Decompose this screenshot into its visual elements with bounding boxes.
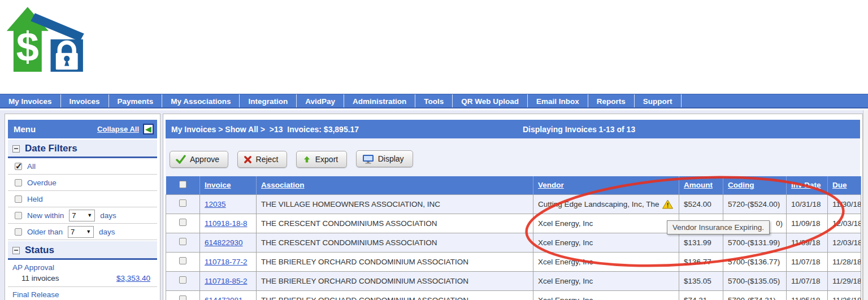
menu-panel: Menu Collapse All ◀ Date Filters All Ove…	[5, 114, 160, 300]
coding-cell: 5700-($74.31)	[723, 290, 787, 300]
status-amount-link[interactable]: $3,353.40	[116, 274, 150, 282]
select-all-checkbox[interactable]	[179, 181, 186, 188]
nav-tab-tools[interactable]: Tools	[415, 94, 453, 107]
status-name: AP Approval	[8, 260, 157, 273]
invoice-link[interactable]: 12035	[205, 200, 226, 208]
date-filters-title: Date Filters	[25, 143, 77, 154]
vendor-cell: Xcel Energy, Inc	[533, 290, 679, 300]
vendor-name: Cutting Edge Landscaping, Inc, The	[538, 200, 659, 208]
sort-amount[interactable]: Amount	[684, 181, 713, 189]
association-cell: THE CRESCENT CONDOMINIUMS ASSOCIATION	[257, 233, 533, 252]
inv-date-cell: 11/05/18	[787, 290, 828, 300]
svg-text:!: !	[667, 202, 669, 208]
due-cell: 11/28/18	[828, 252, 861, 271]
display-button[interactable]: Display	[356, 150, 413, 167]
older-than-days-select[interactable]: 7 ▼	[68, 226, 94, 238]
row-checkbox[interactable]	[179, 276, 186, 284]
reject-label: Reject	[256, 155, 279, 164]
approve-button[interactable]: Approve	[170, 151, 228, 168]
nav-tab-email-inbox[interactable]: Email Inbox	[528, 94, 588, 107]
association-cell: THE BRIERLEY ORCHARD CONDOMINIUM ASSOCIA…	[257, 290, 533, 300]
vendor-cell: Xcel Energy, Inc	[533, 214, 679, 233]
amount-cell: $135.05	[679, 271, 723, 290]
export-button[interactable]: Export	[296, 151, 347, 168]
filter-label-suffix: days	[100, 211, 116, 220]
sort-due[interactable]: Due	[832, 181, 847, 189]
vendor-cell: Xcel Energy, Inc	[533, 252, 679, 271]
display-label: Display	[378, 154, 404, 163]
sort-inv-date[interactable]: Inv Date	[791, 181, 821, 189]
invoice-link[interactable]: 110718-85-2	[205, 277, 248, 285]
vendor-cell: Cutting Edge Landscaping, Inc, The !	[533, 194, 679, 214]
date-filters-section-header: Date Filters	[8, 140, 157, 158]
filter-row-held: Held	[8, 191, 157, 207]
select-value: 7	[72, 211, 76, 220]
nav-tab-my-associations[interactable]: My Associations	[162, 94, 240, 107]
inv-date-cell: 11/07/18	[787, 271, 828, 290]
invoice-link[interactable]: 614822930	[205, 238, 243, 247]
inv-date-cell: 11/09/18	[787, 214, 828, 233]
filter-row-new-within: New within 7 ▼ days	[8, 207, 157, 224]
sort-vendor[interactable]: Vendor	[538, 181, 564, 189]
row-checkbox[interactable]	[179, 257, 186, 264]
nav-tab-integration[interactable]: Integration	[240, 94, 297, 107]
table-header-row: Invoice Association Vendor Amount Coding…	[166, 176, 861, 194]
nav-tab-support[interactable]: Support	[635, 94, 682, 107]
nav-tab-invoices[interactable]: Invoices	[61, 94, 109, 107]
new-within-checkbox[interactable]	[15, 212, 22, 219]
sort-association[interactable]: Association	[261, 181, 305, 189]
sort-coding[interactable]: Coding	[728, 181, 754, 189]
amount-cell: $136.77	[679, 252, 723, 271]
app-logo: $	[6, 5, 89, 76]
sort-invoice[interactable]: Invoice	[205, 181, 231, 189]
filter-label: Older than	[27, 228, 63, 236]
row-checkbox[interactable]	[179, 238, 186, 245]
filter-label: Overdue	[27, 179, 57, 187]
association-cell: THE VILLAGE HOMEOWNERS ASSOCIATION, INC	[257, 194, 533, 214]
menu-header: Menu Collapse All ◀	[8, 120, 157, 138]
association-cell: THE CRESCENT CONDOMINIUMS ASSOCIATION	[257, 214, 533, 233]
collapse-all-link[interactable]: Collapse All	[97, 125, 139, 133]
row-checkbox[interactable]	[179, 219, 186, 226]
filter-label-suffix: days	[99, 228, 115, 236]
chevron-down-icon: ▼	[86, 229, 91, 234]
nav-tab-qr-web-upload[interactable]: QR Web Upload	[453, 94, 528, 107]
svg-text:$: $	[16, 24, 39, 69]
association-cell: THE BRIERLEY ORCHARD CONDOMINIUM ASSOCIA…	[257, 252, 533, 271]
vertical-scrollbar[interactable]	[863, 110, 868, 300]
table-row: 12035 THE VILLAGE HOMEOWNERS ASSOCIATION…	[166, 194, 861, 214]
inv-date-cell: 10/31/18	[787, 194, 828, 214]
nav-tab-reports[interactable]: Reports	[588, 94, 635, 107]
due-cell: 11/30/18	[828, 194, 861, 214]
overdue-checkbox[interactable]	[15, 179, 22, 186]
menu-title: Menu	[14, 124, 36, 134]
due-cell: 12/03/18	[828, 233, 861, 252]
warning-triangle-icon[interactable]: !	[662, 199, 673, 209]
invoice-link[interactable]: 614473081	[205, 296, 243, 300]
nav-tab-administration[interactable]: Administration	[344, 94, 415, 107]
row-checkbox[interactable]	[179, 295, 186, 300]
collapse-section-icon[interactable]	[12, 145, 20, 153]
nav-tab-my-invoices[interactable]: My Invoices	[0, 94, 61, 107]
new-within-days-select[interactable]: 7 ▼	[69, 210, 95, 221]
invoice-link[interactable]: 110918-18-8	[205, 219, 248, 228]
vendor-cell: Xcel Energy, Inc	[533, 271, 679, 290]
all-checkbox[interactable]	[15, 163, 22, 170]
select-value: 7	[71, 228, 75, 236]
reject-button[interactable]: Reject	[237, 151, 288, 168]
coding-cell: 5700-($136.77)	[723, 252, 787, 271]
displaying-count: Displaying Invoices 1-13 of 13	[523, 125, 635, 134]
collapse-section-icon[interactable]	[12, 247, 20, 254]
chevron-down-icon: ▼	[87, 212, 92, 218]
invoice-link[interactable]: 110718-77-2	[205, 258, 248, 266]
table-row: 614822930 THE CRESCENT CONDOMINIUMS ASSO…	[166, 233, 861, 252]
nav-tab-payments[interactable]: Payments	[109, 94, 163, 107]
row-checkbox[interactable]	[179, 199, 186, 207]
older-than-checkbox[interactable]	[15, 228, 22, 236]
held-checkbox[interactable]	[15, 195, 22, 203]
breadcrumb-bar: My Invoices > Show All > >13 Invoices: $…	[166, 120, 860, 138]
breadcrumb[interactable]: My Invoices > Show All > >13 Invoices: $…	[166, 125, 359, 134]
nav-tab-avidpay[interactable]: AvidPay	[297, 94, 344, 107]
collapse-panel-icon[interactable]: ◀	[143, 124, 154, 134]
monitor-icon	[362, 154, 374, 164]
